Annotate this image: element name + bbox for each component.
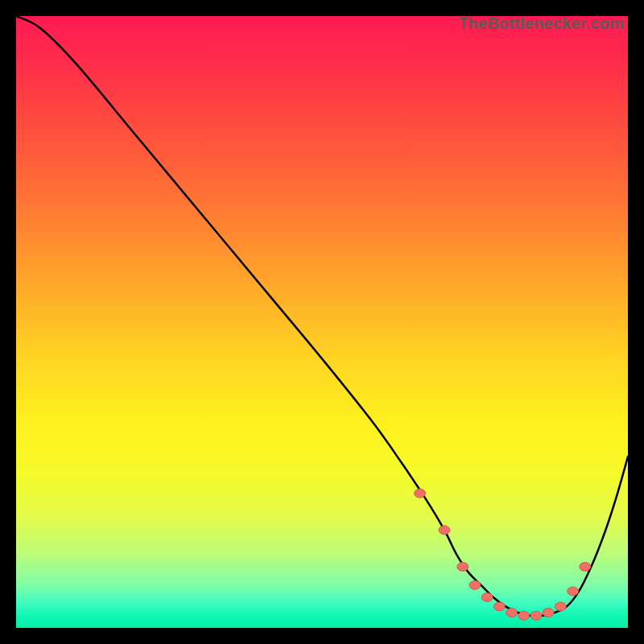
curve-marker <box>543 609 554 617</box>
curve-marker <box>506 609 518 617</box>
curve-marker <box>493 602 505 611</box>
curve-marker <box>481 593 493 602</box>
chart-container: TheBottlenecker.com <box>0 0 644 644</box>
bottleneck-curve <box>16 16 628 616</box>
curve-marker <box>568 587 579 596</box>
curve-marker <box>439 526 450 535</box>
curve-marker <box>469 580 481 589</box>
curve-marker <box>415 489 426 497</box>
chart-svg <box>16 16 628 628</box>
curve-markers <box>415 489 591 620</box>
curve-marker <box>457 563 469 572</box>
curve-marker <box>530 611 542 620</box>
plot-area: TheBottlenecker.com <box>16 16 628 628</box>
curve-marker <box>555 602 566 611</box>
curve-marker <box>518 611 530 620</box>
curve-marker <box>580 563 591 572</box>
